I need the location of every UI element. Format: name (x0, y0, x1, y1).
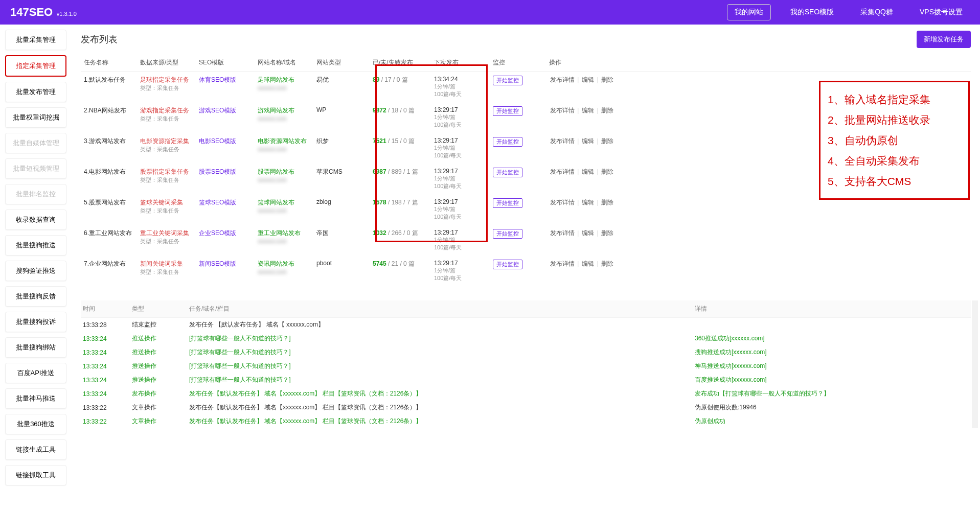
log-type: 推送操作 (132, 334, 189, 343)
op-edit[interactable]: 编辑 (582, 229, 594, 237)
site-link[interactable]: 游戏网站发布 (258, 107, 294, 114)
op-delete[interactable]: 删除 (601, 107, 613, 114)
log-type: 发布操作 (132, 389, 189, 398)
op-edit[interactable]: 编辑 (582, 168, 594, 175)
op-detail[interactable]: 发布详情 (550, 229, 575, 237)
nav-item[interactable]: 采集QQ群 (853, 5, 900, 20)
op-delete[interactable]: 删除 (601, 229, 613, 237)
sidebar-item[interactable]: 搜狗验证推送 (5, 261, 66, 281)
top-nav: 我的网站我的SEO模版采集QQ群VPS拨号设置 (727, 4, 970, 20)
source-link[interactable]: 新闻关键词采集 (140, 260, 183, 267)
op-edit[interactable]: 编辑 (582, 76, 594, 83)
sidebar-item[interactable]: 批量搜狗绑站 (5, 337, 66, 358)
op-edit[interactable]: 编辑 (582, 260, 594, 267)
op-detail[interactable]: 发布详情 (550, 137, 575, 145)
sidebar-item[interactable]: 批量搜狗推送 (5, 235, 66, 256)
log-type: 推送操作 (132, 362, 189, 370)
op-edit[interactable]: 编辑 (582, 107, 594, 114)
cell-next: 13:29:171分钟/篇100篇/每天 (431, 133, 490, 164)
op-edit[interactable]: 编辑 (582, 137, 594, 145)
source-link[interactable]: 游戏指定采集任务 (140, 107, 189, 114)
annotation-line: 4、全自动采集发布 (828, 151, 961, 171)
log-detail: 发布成功【打篮球有哪些一般人不知道的技巧？】 (695, 389, 971, 398)
sidebar-item[interactable]: 批量采集管理 (5, 30, 66, 50)
sidebar-item[interactable]: 指定采集管理 (5, 55, 66, 77)
cell-monitor: 开始监控 (490, 164, 546, 194)
sidebar-item[interactable]: 链接抓取工具 (5, 465, 66, 485)
monitor-button[interactable]: 开始监控 (493, 137, 522, 147)
col-counts: 已/未/失败发布 (370, 54, 431, 72)
log-task: 发布任务 【默认发布任务】 域名【 xxxxxx.com】 (189, 320, 695, 329)
sidebar-item[interactable]: 批量神马推送 (5, 388, 66, 409)
op-delete[interactable]: 删除 (601, 168, 613, 175)
tpl-link[interactable]: 股票SEO模版 (199, 168, 236, 175)
site-link[interactable]: 股票网站发布 (258, 168, 294, 175)
cell-site: 资讯网站发布xxxxxx.com (255, 256, 313, 286)
source-link[interactable]: 股票指定采集任务 (140, 168, 189, 175)
col-ops: 操作 (546, 54, 971, 72)
nav-item[interactable]: VPS拨号设置 (913, 5, 970, 20)
cell-sitetype: WP (313, 102, 370, 133)
sidebar-item[interactable]: 批量排名监控 (5, 184, 66, 204)
op-detail[interactable]: 发布详情 (550, 260, 575, 267)
sidebar-item[interactable]: 收录数据查询 (5, 210, 66, 230)
log-time: 13:33:24 (81, 335, 132, 342)
tpl-link[interactable]: 电影SEO模版 (199, 137, 236, 145)
monitor-button[interactable]: 开始监控 (493, 106, 522, 116)
tpl-link[interactable]: 企业SEO模版 (199, 229, 236, 237)
site-link[interactable]: 足球网站发布 (258, 76, 294, 83)
monitor-button[interactable]: 开始监控 (493, 168, 522, 177)
op-detail[interactable]: 发布详情 (550, 199, 575, 206)
log-time: 13:33:24 (81, 363, 132, 370)
tpl-link[interactable]: 游戏SEO模版 (199, 107, 236, 114)
cell-source: 篮球关键词采集类型：采集任务 (137, 194, 196, 225)
nav-item[interactable]: 我的SEO模版 (783, 5, 841, 20)
source-link[interactable]: 电影资源指定采集 (140, 137, 189, 145)
cell-monitor: 开始监控 (490, 256, 546, 286)
add-publish-task-button[interactable]: 新增发布任务 (917, 31, 971, 48)
main-content: 发布列表 新增发布任务 任务名称 数据来源/类型 SEO模版 网站名称/域名 网… (72, 25, 980, 511)
monitor-button[interactable]: 开始监控 (493, 260, 522, 269)
op-delete[interactable]: 删除 (601, 199, 613, 206)
log-scrollbar[interactable] (972, 300, 978, 428)
cell-next: 13:29:171分钟/篇100篇/每天 (431, 194, 490, 225)
sidebar-item[interactable]: 批量搜狗反馈 (5, 286, 66, 307)
source-link[interactable]: 篮球关键词采集 (140, 199, 183, 206)
sidebar-item[interactable]: 链接生成工具 (5, 439, 66, 460)
tpl-link[interactable]: 篮球SEO模版 (199, 199, 236, 206)
cell-task: 5.股票网站发布 (81, 194, 137, 225)
monitor-button[interactable]: 开始监控 (493, 76, 522, 85)
sidebar-item[interactable]: 百度API推送 (5, 363, 66, 383)
site-link[interactable]: 电影资源网站发布 (258, 137, 307, 145)
tpl-link[interactable]: 体育SEO模版 (199, 76, 236, 83)
sidebar-item[interactable]: 批量搜狗投诉 (5, 312, 66, 332)
op-delete[interactable]: 删除 (601, 260, 613, 267)
cell-task: 6.重工业网站发布 (81, 225, 137, 256)
nav-item[interactable]: 我的网站 (727, 4, 771, 20)
monitor-button[interactable]: 开始监控 (493, 198, 522, 208)
monitor-button[interactable]: 开始监控 (493, 229, 522, 239)
brand: 147SEO v1.3.1.0 (10, 6, 77, 19)
op-detail[interactable]: 发布详情 (550, 168, 575, 175)
sidebar-item[interactable]: 批量发布管理 (5, 82, 66, 102)
op-delete[interactable]: 删除 (601, 76, 613, 83)
op-edit[interactable]: 编辑 (582, 199, 594, 206)
site-link[interactable]: 篮球网站发布 (258, 199, 294, 206)
op-detail[interactable]: 发布详情 (550, 76, 575, 83)
cell-sitetype: 苹果CMS (313, 164, 370, 194)
sidebar-item[interactable]: 批量360推送 (5, 414, 66, 434)
tpl-link[interactable]: 新闻SEO模版 (199, 260, 236, 267)
cell-source: 电影资源指定采集类型：采集任务 (137, 133, 196, 164)
sidebar-item[interactable]: 批量短视频管理 (5, 158, 66, 179)
source-link[interactable]: 足球指定采集任务 (140, 76, 189, 83)
op-delete[interactable]: 删除 (601, 137, 613, 145)
sidebar-item[interactable]: 批量自媒体管理 (5, 133, 66, 153)
sidebar-item[interactable]: 批量权重词挖掘 (5, 107, 66, 128)
site-link[interactable]: 资讯网站发布 (258, 260, 294, 267)
log-row: 13:33:24发布操作发布任务【默认发布任务】 域名【xxxxxx.com】 … (81, 387, 971, 401)
col-site: 网站名称/域名 (255, 54, 313, 72)
source-link[interactable]: 重工业关键词采集 (140, 229, 189, 237)
site-link[interactable]: 重工业网站发布 (258, 229, 301, 237)
op-detail[interactable]: 发布详情 (550, 107, 575, 114)
log-time: 13:33:24 (81, 390, 132, 398)
